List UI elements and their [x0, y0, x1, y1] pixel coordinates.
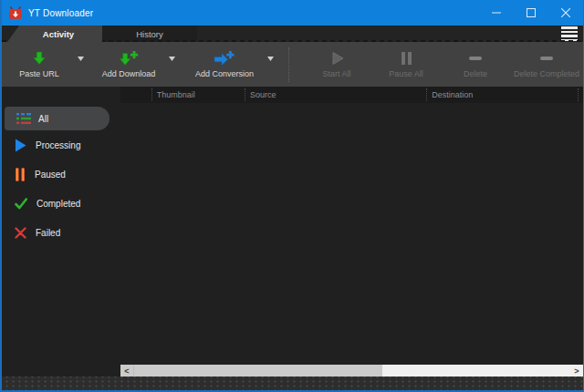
filter-failed-label: Failed: [36, 228, 60, 238]
pause-all-button[interactable]: Pause All: [373, 45, 439, 85]
filter-paused-label: Paused: [35, 170, 66, 180]
add-download-label: Add Download: [102, 69, 156, 78]
filter-paused[interactable]: Paused: [2, 160, 120, 189]
window-controls: [479, 0, 583, 26]
window-title: YT Downloader: [28, 8, 93, 18]
play-blue-icon: [15, 139, 26, 152]
add-conversion-label: Add Conversion: [195, 69, 254, 78]
scroll-left-icon: <: [124, 366, 129, 376]
app-tv-icon: [8, 6, 23, 20]
filter-completed[interactable]: Completed: [2, 189, 120, 218]
blue-right-arrow-plus-icon: [214, 50, 235, 67]
filter-sidebar: All Processing Paused Completed: [2, 87, 120, 377]
minimize-button[interactable]: [479, 0, 514, 26]
table-header: Thumbnail Source Destination: [120, 87, 583, 103]
dash-icon: [468, 50, 483, 67]
green-down-arrow-plus-icon: [119, 50, 139, 67]
close-button[interactable]: [548, 0, 583, 26]
menu-button[interactable]: [559, 26, 579, 42]
column-thumbnail[interactable]: Thumbnail: [151, 88, 245, 101]
paste-url-dropdown-icon[interactable]: [73, 57, 88, 61]
paste-url-label: Paste URL: [19, 69, 59, 78]
filter-failed[interactable]: Failed: [2, 218, 120, 247]
maximize-button[interactable]: [514, 0, 548, 26]
delete-label: Delete: [464, 69, 487, 78]
pause-orange-icon: [15, 168, 26, 181]
scroll-right-icon: >: [574, 366, 579, 376]
scroll-right-button[interactable]: >: [570, 365, 583, 377]
tab-activity[interactable]: Activity: [7, 26, 102, 42]
window-resize-strip: [2, 377, 583, 390]
close-icon: [561, 8, 570, 17]
tab-activity-label: Activity: [43, 29, 74, 39]
column-destination[interactable]: Destination: [426, 88, 578, 101]
play-icon: [329, 50, 345, 67]
tab-history[interactable]: History: [102, 26, 197, 42]
horizontal-scrollbar[interactable]: < >: [120, 365, 583, 377]
tab-bar: Activity History: [2, 26, 583, 42]
start-all-button[interactable]: Start All: [304, 45, 370, 85]
titlebar: YT Downloader: [2, 0, 583, 26]
delete-completed-button[interactable]: Delete Completed: [508, 45, 584, 85]
filter-processing[interactable]: Processing: [2, 130, 120, 160]
maximize-icon: [527, 8, 536, 17]
column-source[interactable]: Source: [245, 88, 426, 101]
dash-icon: [539, 50, 554, 67]
add-download-dropdown-icon[interactable]: [164, 57, 179, 61]
minimize-icon: [492, 8, 501, 17]
check-green-icon: [15, 198, 27, 210]
delete-completed-label: Delete Completed: [514, 69, 579, 78]
pause-icon: [401, 50, 412, 67]
filter-completed-label: Completed: [36, 199, 80, 209]
main-area: All Processing Paused Completed: [2, 87, 583, 377]
x-red-icon: [15, 227, 26, 239]
hamburger-icon: [561, 26, 578, 29]
filter-processing-label: Processing: [36, 140, 80, 150]
toolbar-separator: [288, 47, 289, 82]
delete-button[interactable]: Delete: [444, 45, 506, 85]
download-table: Thumbnail Source Destination < >: [120, 87, 583, 377]
tab-history-label: History: [136, 29, 163, 39]
scrollbar-thumb[interactable]: [133, 365, 382, 377]
add-download-button[interactable]: Add Download: [93, 45, 179, 85]
scrollbar-track[interactable]: [382, 365, 570, 377]
paste-url-button[interactable]: Paste URL: [5, 45, 88, 85]
list-all-icon: [16, 112, 31, 125]
filter-all-label: All: [38, 114, 48, 124]
add-conversion-button[interactable]: Add Conversion: [186, 45, 277, 85]
scroll-left-button[interactable]: <: [120, 365, 133, 377]
add-conversion-dropdown-icon[interactable]: [263, 57, 277, 61]
filter-all[interactable]: All: [5, 107, 110, 130]
toolbar: Paste URL Add Download: [2, 42, 583, 87]
green-down-arrow-icon: [32, 50, 47, 67]
start-all-label: Start All: [322, 69, 350, 78]
table-body-empty: [120, 103, 583, 365]
app-window: YT Downloader Activity History: [0, 0, 584, 392]
pause-all-label: Pause All: [389, 69, 423, 78]
